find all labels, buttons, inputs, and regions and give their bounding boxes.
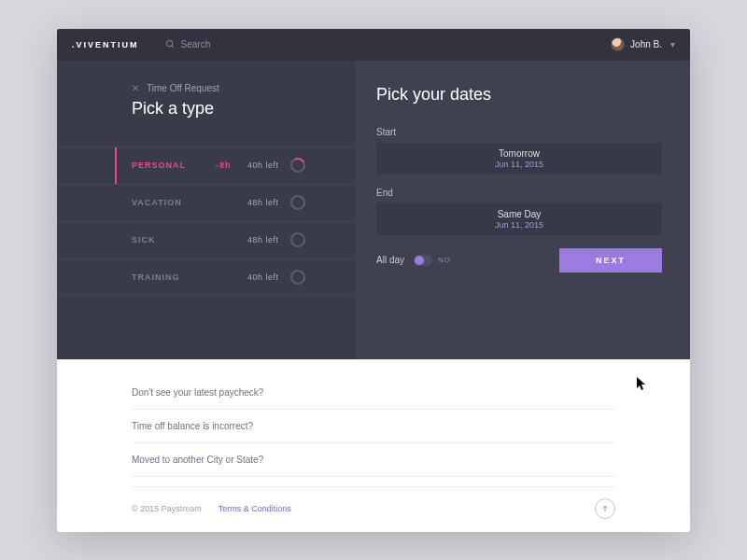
faq-item[interactable]: Moved to another City or State? xyxy=(132,443,615,477)
help-section: Don't see your latest paycheck? Time off… xyxy=(57,359,690,532)
type-remaining: 40h left xyxy=(247,273,285,282)
type-column: ✕ Time Off Request Pick a type PERSONAL … xyxy=(57,61,356,359)
chevron-down-icon: ▾ xyxy=(670,39,675,49)
brand-logo: .VIVENTIUM xyxy=(72,40,139,49)
progress-ring-icon xyxy=(290,158,305,173)
app-window: .VIVENTIUM John B. ▾ ✕ Time Off Request … xyxy=(57,29,690,532)
user-menu[interactable]: John B. ▾ xyxy=(611,37,675,51)
end-label: End xyxy=(376,188,662,198)
type-title: Pick a type xyxy=(132,99,356,119)
progress-ring-icon xyxy=(290,232,305,247)
type-label: PERSONAL xyxy=(132,161,216,170)
type-remaining: 40h left xyxy=(247,161,285,170)
search-input[interactable] xyxy=(181,39,275,49)
start-date-sub: Jun 11, 2015 xyxy=(495,160,543,169)
type-remaining: 48h left xyxy=(247,198,285,207)
search[interactable] xyxy=(165,39,275,49)
type-item-personal[interactable]: PERSONAL -8h 40h left xyxy=(57,147,356,184)
type-list: PERSONAL -8h 40h left VACATION 48h left … xyxy=(57,147,356,296)
allday-value: NO xyxy=(438,256,451,264)
end-date-picker[interactable]: Same Day Jun 11, 2015 xyxy=(376,203,662,235)
progress-ring-icon xyxy=(290,195,305,210)
start-date-picker[interactable]: Tomorrow Jun 11, 2015 xyxy=(376,143,662,175)
type-item-vacation[interactable]: VACATION 48h left xyxy=(57,184,356,221)
close-request[interactable]: ✕ Time Off Request xyxy=(132,83,356,93)
main-panel: ✕ Time Off Request Pick a type PERSONAL … xyxy=(57,61,690,359)
scroll-top-button[interactable] xyxy=(595,498,615,519)
svg-line-1 xyxy=(171,46,173,48)
search-icon xyxy=(165,39,176,49)
type-item-sick[interactable]: SICK 48h left xyxy=(57,221,356,259)
allday-label: All day xyxy=(376,255,404,265)
dates-title: Pick your dates xyxy=(376,85,662,105)
end-date-sub: Jun 11, 2015 xyxy=(495,220,543,230)
toggle-pill-icon xyxy=(414,255,432,266)
arrow-up-icon xyxy=(600,504,610,513)
type-remaining: 48h left xyxy=(247,235,285,245)
copyright: © 2015 Paystream xyxy=(132,504,202,513)
progress-ring-icon xyxy=(290,270,305,285)
type-label: TRAINING xyxy=(132,273,216,282)
avatar xyxy=(611,37,625,51)
type-delta: -8h xyxy=(216,161,247,170)
next-button[interactable]: NEXT xyxy=(559,248,662,273)
start-date-main: Tomorrow xyxy=(499,148,540,159)
allday-toggle[interactable]: NO xyxy=(414,255,451,266)
terms-link[interactable]: Terms & Conditions xyxy=(218,504,291,513)
end-date-main: Same Day xyxy=(498,209,542,219)
type-label: SICK xyxy=(132,235,216,245)
start-label: Start xyxy=(376,127,662,137)
type-label: VACATION xyxy=(132,198,216,207)
close-icon: ✕ xyxy=(132,83,139,93)
footer: © 2015 Paystream Terms & Conditions xyxy=(132,486,615,532)
user-name: John B. xyxy=(630,39,662,49)
faq-item[interactable]: Don't see your latest paycheck? xyxy=(132,376,615,410)
faq-item[interactable]: Time off balance is incorrect? xyxy=(132,410,615,443)
dates-column: Pick your dates Start Tomorrow Jun 11, 2… xyxy=(356,61,690,359)
topbar: .VIVENTIUM John B. ▾ xyxy=(57,29,690,61)
close-label: Time Off Request xyxy=(147,83,219,93)
svg-point-0 xyxy=(166,40,172,46)
type-item-training[interactable]: TRAINING 40h left xyxy=(57,259,356,296)
